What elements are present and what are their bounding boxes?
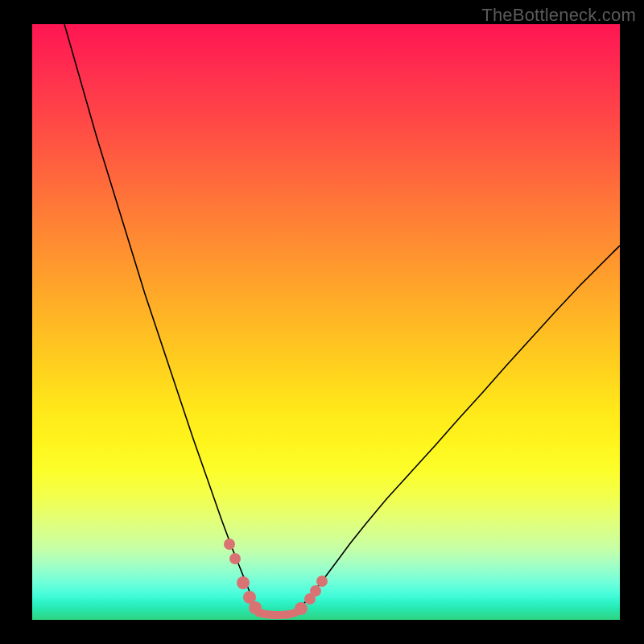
chart-frame: TheBottleneck.com xyxy=(0,0,644,644)
right-curve xyxy=(295,246,620,613)
watermark-text: TheBottleneck.com xyxy=(481,5,636,26)
marker-dot xyxy=(237,576,250,589)
marker-dot xyxy=(224,539,235,550)
marker-dot xyxy=(295,602,308,615)
marker-dot xyxy=(249,601,262,614)
marker-dots xyxy=(224,539,328,615)
marker-dot xyxy=(316,576,328,587)
left-curve xyxy=(64,24,262,613)
chart-svg xyxy=(32,24,620,620)
marker-dot xyxy=(304,593,316,605)
bottom-ridge xyxy=(258,613,295,615)
marker-dot xyxy=(229,553,241,564)
plot-area xyxy=(32,24,620,620)
